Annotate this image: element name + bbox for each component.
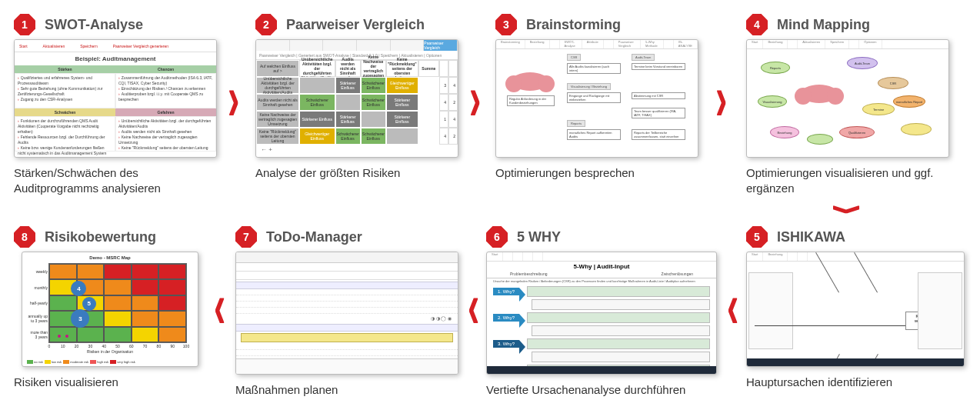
step-5: 5 ISHIKAWA StartBeziehung Keine Nachweis… bbox=[746, 226, 968, 390]
swot-thumb: StartAktualisierenSpeichernPaarweiser Ve… bbox=[14, 39, 217, 158]
step-title: SWOT-Analyse bbox=[45, 17, 220, 33]
arrow-right-icon: › bbox=[228, 60, 239, 135]
risk-bubble: 5 bbox=[82, 297, 96, 311]
swot-head-schwaechen: Schwächen bbox=[15, 108, 115, 116]
cloud-icon bbox=[801, 85, 838, 103]
arrow-down-icon: › bbox=[813, 205, 889, 215]
cloud-icon bbox=[512, 72, 548, 91]
step-title: Risikobewertung bbox=[45, 229, 220, 245]
step-title: Mind Mapping bbox=[777, 17, 952, 33]
swot-head-chancen: Chancen bbox=[115, 65, 216, 73]
risk-chart-title: Demo - MSRC Map bbox=[27, 255, 193, 260]
risk-heatmap: 4 5 3 weekly monthly half-yearly annuall… bbox=[48, 263, 187, 343]
step-caption: Vertiefte Ursachenanalyse durchführen bbox=[486, 382, 722, 398]
step-title: 5 WHY bbox=[517, 229, 722, 245]
step-caption: Hauptursachen identifizieren bbox=[746, 375, 968, 390]
step-badge: 6 bbox=[486, 226, 508, 248]
step-badge: 7 bbox=[235, 226, 257, 248]
swot-toolbar: StartAktualisierenSpeichernPaarweiser Ve… bbox=[15, 40, 216, 52]
step-caption: Optimierungen visualisieren und ggf. erg… bbox=[746, 165, 952, 195]
step-caption: Analyse der größten Risiken bbox=[255, 165, 462, 181]
risk-legend: no risk low risk moderate risk high risk… bbox=[27, 360, 193, 364]
step-title: Paarweiser Vergleich bbox=[286, 17, 462, 33]
arrow-left-icon: › bbox=[727, 268, 738, 342]
step-3: 3 Brainstorming BrainstormingBeziehungSW… bbox=[495, 14, 702, 181]
step-title: ToDo-Manager bbox=[266, 229, 462, 245]
step-caption: Risiken visualisieren bbox=[14, 375, 220, 390]
swot-title: Beispiel: Auditmanagement bbox=[15, 52, 216, 65]
step-2: 2 Paarweiser Vergleich Paarweiser Vergle… bbox=[255, 14, 462, 181]
step-badge: 2 bbox=[255, 14, 277, 35]
step-title: Brainstorming bbox=[526, 17, 702, 33]
5why-title: 5-Why | Audit-Input bbox=[487, 262, 716, 272]
arrow-left-icon: › bbox=[468, 268, 479, 342]
arrow-right-icon: › bbox=[715, 60, 727, 135]
step-8: 8 Risikobewertung Demo - MSRC Map 4 5 3 … bbox=[14, 226, 220, 390]
step-badge: 3 bbox=[495, 14, 517, 35]
step-badge: 5 bbox=[746, 226, 768, 248]
step-7: 7 ToDo-Manager ◑ ◑ ◯ ◉ Maßnahmen planen bbox=[235, 226, 462, 398]
ishikawa-thumb: StartBeziehung Keine Nachweise der vertr… bbox=[746, 252, 965, 367]
arrow-right-icon: › bbox=[469, 60, 481, 135]
mindmap-thumb: StartBeziehungAktualisierenSpeichernOpti… bbox=[746, 39, 949, 158]
brainstorm-thumb: BrainstormingBeziehungSWOT-AnalyseAttrib… bbox=[495, 39, 698, 158]
step-badge: 1 bbox=[14, 14, 35, 35]
5why-thumb: Start 5-Why | Audit-Input Problembeschre… bbox=[486, 252, 717, 375]
todo-thumb: ◑ ◑ ◯ ◉ bbox=[235, 252, 458, 375]
step-caption: Optimierungen besprechen bbox=[495, 165, 702, 181]
step-4: 4 Mind Mapping StartBeziehungAktualisier… bbox=[746, 14, 952, 195]
step-badge: 8 bbox=[14, 226, 35, 248]
swot-head-staerken: Stärken bbox=[15, 65, 115, 73]
step-caption: Maßnahmen planen bbox=[235, 382, 462, 398]
paarweiser-thumb: Paarweiser Vergleich Paarweiser Vergleic… bbox=[255, 39, 458, 158]
step-badge: 4 bbox=[746, 14, 768, 35]
swot-head-gefahren: Gefahren bbox=[115, 108, 216, 116]
risk-thumb: Demo - MSRC Map 4 5 3 weekly monthly hal… bbox=[22, 252, 198, 367]
step-caption: Stärken/Schwächen des Auditprogramms ana… bbox=[14, 165, 220, 195]
step-6: 6 5 WHY Start 5-Why | Audit-Input Proble… bbox=[486, 226, 722, 398]
step-title: ISHIKAWA bbox=[777, 229, 968, 245]
step-1: 1 SWOT-Analyse StartAktualisierenSpeiche… bbox=[14, 14, 220, 195]
